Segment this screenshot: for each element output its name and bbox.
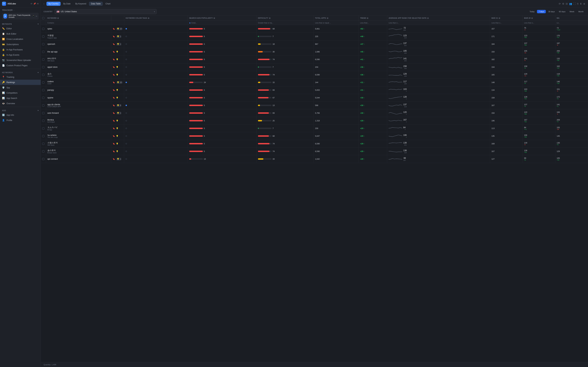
date-tab-7-days[interactable]: 7 days	[537, 10, 546, 13]
download-icon[interactable]: ⬇	[580, 2, 582, 5]
color-tag-dot[interactable]	[126, 158, 127, 160]
tracker-app[interactable]: A ASO.dev: Track Keywords Growth 📱 ✏	[2, 13, 39, 20]
total-apps-filter-icon[interactable]: ⊟	[327, 17, 328, 19]
row-checkbox[interactable]	[42, 89, 44, 91]
color-tag-dot[interactable]	[126, 105, 127, 106]
tab-by-keyword[interactable]: By Keyword	[73, 2, 88, 6]
tab-by-date[interactable]: By Date	[61, 2, 73, 6]
settings-icon[interactable]: ⚙	[562, 2, 564, 5]
sidebar-item-overview[interactable]: 👁️Overview	[0, 101, 41, 106]
sidebar-item-competitors[interactable]: 📊Competitors	[0, 90, 41, 95]
bookmark-icon[interactable]: 🔖	[113, 28, 115, 30]
row-checkbox[interactable]	[42, 28, 44, 30]
sidebar-item-in-app-events[interactable]: 🔒In-App Events	[0, 52, 41, 58]
trend-filter-icon[interactable]: ⊟	[367, 17, 368, 19]
sidebar-item-screenshot-mass-uploader[interactable]: 📷Screenshot Mass Uploader	[0, 58, 41, 63]
sidebar-item-app-search[interactable]: 📊App Search	[0, 95, 41, 101]
color-tag-dot[interactable]	[126, 51, 127, 52]
share-icon[interactable]: 👥	[569, 2, 572, 5]
bookmark-icon[interactable]: 🔖	[113, 127, 115, 130]
bookmark-icon[interactable]: 🔖	[113, 81, 115, 83]
difficulty-filter-icon[interactable]: ⊟	[269, 17, 270, 19]
color-tag-dot[interactable]	[126, 128, 127, 129]
mar20-filter-icon[interactable]: ⊟	[531, 17, 533, 19]
avg-rank-filter-icon[interactable]: ⊟	[427, 17, 429, 19]
sidebar-item-in-app-purchases[interactable]: 🔒In-App Purchases	[0, 47, 41, 52]
row-checkbox[interactable]	[42, 43, 44, 45]
tab-data-table[interactable]: Data Table	[89, 2, 103, 6]
pin-icon[interactable]: 📌	[33, 3, 36, 5]
bookmark-icon[interactable]: 🔖	[113, 43, 115, 45]
row-checkbox[interactable]	[42, 51, 44, 53]
color-tag-dot[interactable]	[126, 36, 127, 37]
row-checkbox[interactable]	[42, 135, 44, 137]
color-tag-dot[interactable]	[126, 74, 127, 75]
row-checkbox[interactable]	[42, 81, 44, 83]
bookmark-icon[interactable]: 🔖	[113, 58, 115, 61]
sidebar-item-subscriptions[interactable]: 💳Subscriptions	[0, 42, 41, 47]
row-checkbox[interactable]	[42, 120, 44, 122]
bookmark-icon[interactable]: 🔖	[113, 104, 115, 107]
bookmark-icon[interactable]: 🔖	[113, 112, 115, 114]
row-checkbox[interactable]	[42, 58, 44, 61]
row-checkbox[interactable]	[42, 112, 44, 114]
row-checkbox[interactable]	[42, 97, 44, 99]
metadata-toggle[interactable]: ▾	[38, 23, 39, 25]
color-tag-dot[interactable]	[126, 89, 127, 91]
color-tag-dot[interactable]	[126, 28, 127, 29]
keyword-filter-icon[interactable]: ⊟	[57, 17, 59, 19]
sidebar-item-spy[interactable]: 🛡️Spy	[0, 85, 41, 90]
tab-by-country[interactable]: By Country	[46, 2, 61, 6]
sidebar-item-profile[interactable]: 👤Profile	[0, 118, 41, 123]
bookmark-icon[interactable]: 🔖	[113, 89, 115, 91]
edit-icon[interactable]: ✏	[36, 15, 37, 17]
mobile-icon[interactable]: 📱	[32, 15, 35, 17]
search-ads-filter-icon[interactable]: ⊟	[213, 17, 215, 19]
sidebar-item-editor[interactable]: ✏️Editor	[0, 26, 41, 31]
tab-chart[interactable]: Chart	[103, 2, 113, 6]
bookmark-icon[interactable]: 🔖	[113, 97, 115, 99]
sidebar-item-app-info[interactable]: ℹ️App Info	[0, 112, 41, 118]
mar21-filter-icon[interactable]: ⊟	[499, 17, 500, 19]
bookmark-icon[interactable]: 🔖	[113, 150, 115, 152]
color-tag-dot[interactable]	[126, 82, 127, 83]
color-tag-dot[interactable]	[126, 143, 127, 144]
color-tag-dot[interactable]	[126, 67, 127, 68]
row-checkbox[interactable]	[42, 74, 44, 76]
sidebar-item-bulk-editor[interactable]: 📋Bulk Editor	[0, 31, 41, 36]
color-tag-dot[interactable]	[126, 97, 127, 98]
color-tag-dot[interactable]	[126, 135, 127, 137]
date-tab-week[interactable]: Week	[568, 10, 576, 13]
bookmark-icon[interactable]: 🔖	[113, 120, 115, 122]
color-tag-dot[interactable]	[126, 112, 127, 114]
date-tab-30-days[interactable]: 30 days	[547, 10, 556, 13]
date-tab-60-days[interactable]: 60 days	[557, 10, 567, 13]
bookmark-icon[interactable]: 🔖	[113, 66, 115, 68]
country-select[interactable]: 🇺🇸 US: United States ▾	[55, 9, 157, 14]
row-checkbox[interactable]	[42, 66, 44, 68]
sidebar-item-custom-product-pages[interactable]: 📄Custom Product Pages	[0, 63, 41, 68]
row-checkbox[interactable]	[42, 150, 44, 152]
aso-toggle[interactable]: ▾	[38, 109, 39, 112]
help-icon[interactable]: ⊛	[583, 2, 585, 5]
back-button[interactable]: ‹	[44, 2, 44, 5]
color-tag-dot[interactable]	[126, 120, 127, 121]
row-checkbox[interactable]	[42, 158, 44, 160]
sidebar-item-rankings[interactable]: 🔑Rankings	[0, 80, 41, 85]
expand-icon[interactable]: ⛶	[573, 2, 576, 5]
reload-icon[interactable]: ⟳	[559, 2, 561, 5]
bookmark-icon[interactable]: 🔖	[113, 35, 115, 38]
color-tag-dot[interactable]	[126, 151, 127, 152]
bookmark-icon[interactable]: 🔖	[113, 158, 115, 160]
color-tags-filter-icon[interactable]: ⊟	[148, 17, 149, 19]
filter-icon[interactable]: ⊟	[566, 2, 568, 5]
sidebar-item-tracking[interactable]: 📍Tracking	[0, 74, 41, 80]
header-checkbox[interactable]	[42, 17, 44, 19]
bookmark-icon[interactable]: 🔖	[113, 74, 115, 76]
row-checkbox[interactable]	[42, 127, 44, 130]
color-tag-dot[interactable]	[126, 43, 127, 45]
date-tab-month[interactable]: Month	[577, 10, 585, 13]
color-tag-dot[interactable]	[126, 59, 127, 60]
row-checkbox[interactable]	[42, 35, 44, 38]
bookmark-icon[interactable]: 🔖	[113, 143, 115, 145]
